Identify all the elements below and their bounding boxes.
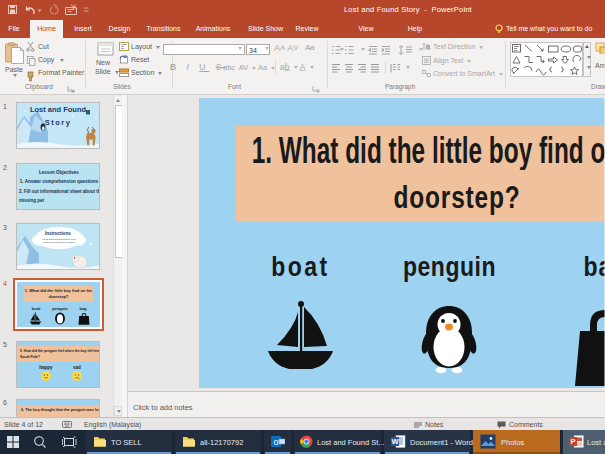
svg-text:P: P [570, 437, 575, 446]
svg-text:a: a [426, 43, 430, 50]
svg-text:o: o [273, 437, 278, 447]
svg-text:W: W [391, 437, 399, 446]
